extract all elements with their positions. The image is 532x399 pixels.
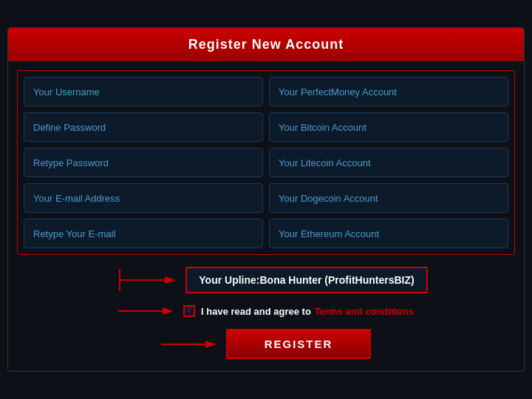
svg-marker-3: [163, 307, 174, 315]
terms-arrow: [118, 304, 177, 318]
perfectmoney-input[interactable]: [279, 86, 499, 98]
bitcoin-field[interactable]: [269, 112, 508, 142]
retype-password-input[interactable]: [33, 157, 253, 168]
litecoin-input[interactable]: [279, 157, 499, 168]
svg-marker-5: [205, 341, 216, 348]
agree-checkbox[interactable]: [183, 305, 195, 317]
terms-row: I have read and agree to Terms and condi…: [17, 304, 515, 318]
ethereum-input[interactable]: [279, 228, 499, 239]
password-field[interactable]: [24, 112, 263, 142]
retype-password-field[interactable]: [24, 148, 263, 177]
register-arrow: [161, 337, 220, 352]
register-container: Register New Account: [7, 27, 525, 372]
username-field[interactable]: [24, 77, 263, 106]
form-header: Register New Account: [8, 28, 524, 61]
agree-label: I have read and agree to: [201, 306, 311, 317]
bottom-section: Your Upline:Bona Hunter (ProfitHuntersBI…: [8, 264, 524, 371]
upline-row: Your Upline:Bona Hunter (ProfitHuntersBI…: [17, 267, 515, 293]
ethereum-field[interactable]: [269, 219, 508, 248]
password-input[interactable]: [33, 122, 253, 133]
form-fields: [17, 70, 515, 255]
retype-email-input[interactable]: [33, 228, 253, 239]
upline-arrow: [104, 269, 180, 291]
terms-link[interactable]: Terms and conditions: [315, 306, 414, 317]
bitcoin-input[interactable]: [279, 122, 499, 133]
svg-marker-1: [165, 276, 176, 284]
upline-arrow-icon: [120, 269, 180, 291]
dogecoin-input[interactable]: [279, 193, 499, 204]
username-input[interactable]: [33, 86, 253, 98]
register-button[interactable]: REGISTER: [226, 329, 372, 359]
form-title: Register New Account: [188, 37, 344, 52]
email-input[interactable]: [33, 193, 253, 204]
register-arrow-icon: [161, 337, 220, 352]
litecoin-field[interactable]: [269, 148, 508, 177]
terms-arrow-icon: [118, 304, 177, 318]
perfectmoney-field[interactable]: [269, 77, 508, 106]
upline-text: Your Upline:Bona Hunter (ProfitHuntersBI…: [199, 274, 414, 286]
upline-box: Your Upline:Bona Hunter (ProfitHuntersBI…: [185, 267, 427, 293]
dogecoin-field[interactable]: [269, 183, 508, 213]
register-row: REGISTER: [17, 329, 515, 359]
retype-email-field[interactable]: [24, 219, 263, 248]
email-field[interactable]: [24, 183, 263, 213]
